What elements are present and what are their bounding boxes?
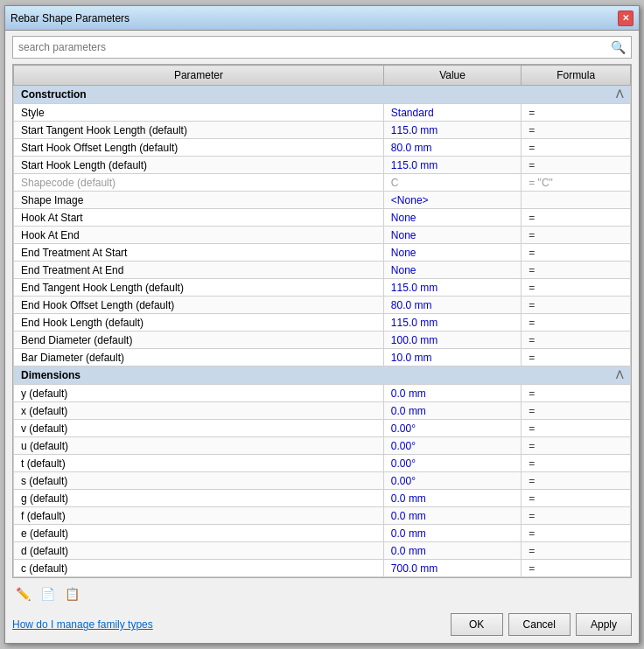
value-cell[interactable]: 115.0 mm — [383, 157, 521, 174]
formula-cell: = — [522, 542, 631, 560]
table-row: End Tangent Hook Length (default)115.0 m… — [14, 279, 631, 297]
formula-cell — [522, 192, 631, 209]
param-cell: Start Tangent Hook Length (default) — [14, 122, 384, 139]
param-cell: y (default) — [14, 385, 384, 402]
formula-cell: = — [522, 157, 631, 174]
col-parameter: Parameter — [14, 66, 384, 86]
value-cell[interactable]: Standard — [383, 104, 521, 122]
table-row: End Hook Offset Length (default)80.0 mm= — [14, 297, 631, 314]
value-cell[interactable]: 700.0 mm — [383, 560, 521, 577]
param-cell: Style — [14, 104, 384, 122]
formula-cell: = — [522, 560, 631, 577]
table-row: v (default)0.00°= — [14, 420, 631, 437]
formula-cell: = — [522, 297, 631, 314]
value-cell[interactable]: None — [383, 262, 521, 279]
formula-cell: = "C" — [522, 174, 631, 192]
formula-cell: = — [522, 402, 631, 420]
table-row: End Hook Length (default)115.0 mm= — [14, 314, 631, 331]
param-cell: Bar Diameter (default) — [14, 349, 384, 366]
value-cell[interactable]: 0.0 mm — [383, 507, 521, 525]
value-cell[interactable]: C — [383, 174, 521, 192]
help-link[interactable]: How do I manage family types — [12, 618, 153, 631]
formula-cell: = — [522, 139, 631, 157]
formula-cell: = — [522, 349, 631, 366]
value-cell[interactable]: 115.0 mm — [383, 314, 521, 331]
table-row: Start Hook Offset Length (default)80.0 m… — [14, 139, 631, 157]
formula-cell: = — [522, 314, 631, 331]
table-row: Shape Image<None> — [14, 192, 631, 209]
value-cell[interactable]: 0.0 mm — [383, 402, 521, 420]
table-row: x (default)0.0 mm= — [14, 402, 631, 420]
table-row: y (default)0.0 mm= — [14, 385, 631, 402]
table-row: Bar Diameter (default)10.0 mm= — [14, 349, 631, 366]
param-cell: Start Hook Offset Length (default) — [14, 139, 384, 157]
apply-button[interactable]: Apply — [576, 613, 632, 636]
value-cell[interactable]: 0.0 mm — [383, 385, 521, 402]
value-cell[interactable]: None — [383, 227, 521, 244]
formula-cell: = — [522, 420, 631, 437]
value-cell[interactable]: 100.0 mm — [383, 331, 521, 349]
close-button[interactable]: ✕ — [618, 10, 634, 26]
param-cell: u (default) — [14, 437, 384, 455]
value-cell[interactable]: 0.00° — [383, 455, 521, 472]
duplicate-icon[interactable]: 📋 — [61, 583, 82, 604]
table-row: u (default)0.00°= — [14, 437, 631, 455]
new-doc-icon[interactable]: 📄 — [37, 583, 58, 604]
parameters-table-container[interactable]: Parameter Value Formula Construction⋀Sty… — [12, 64, 632, 578]
value-cell[interactable]: <None> — [383, 192, 521, 209]
formula-cell: = — [522, 331, 631, 349]
param-cell: c (default) — [14, 560, 384, 577]
value-cell[interactable]: 80.0 mm — [383, 297, 521, 314]
param-cell: End Tangent Hook Length (default) — [14, 279, 384, 297]
table-row: e (default)0.0 mm= — [14, 525, 631, 542]
param-cell: End Hook Offset Length (default) — [14, 297, 384, 314]
formula-cell: = — [522, 490, 631, 507]
value-cell[interactable]: 0.0 mm — [383, 490, 521, 507]
param-cell: s (default) — [14, 472, 384, 490]
ok-button[interactable]: OK — [451, 613, 503, 636]
value-cell[interactable]: 0.00° — [383, 437, 521, 455]
formula-cell: = — [522, 209, 631, 227]
button-group: OK Cancel Apply — [451, 613, 632, 636]
value-cell[interactable]: 0.0 mm — [383, 542, 521, 560]
param-cell: e (default) — [14, 525, 384, 542]
search-input[interactable] — [18, 41, 611, 53]
value-cell[interactable]: 0.00° — [383, 420, 521, 437]
formula-cell: = — [522, 437, 631, 455]
table-row: End Treatment At EndNone= — [14, 262, 631, 279]
param-cell: d (default) — [14, 542, 384, 560]
table-row: c (default)700.0 mm= — [14, 560, 631, 577]
cancel-button[interactable]: Cancel — [508, 613, 570, 636]
table-row: StyleStandard= — [14, 104, 631, 122]
formula-cell: = — [522, 244, 631, 262]
value-cell[interactable]: 115.0 mm — [383, 279, 521, 297]
param-cell: Hook At Start — [14, 209, 384, 227]
table-row: Start Hook Length (default)115.0 mm= — [14, 157, 631, 174]
table-row: t (default)0.00°= — [14, 455, 631, 472]
table-row: Shapecode (default)C= "C" — [14, 174, 631, 192]
param-cell: End Hook Length (default) — [14, 314, 384, 331]
search-bar: 🔍 — [5, 31, 639, 64]
table-row: Start Tangent Hook Length (default)115.0… — [14, 122, 631, 139]
param-cell: Start Hook Length (default) — [14, 157, 384, 174]
formula-cell: = — [522, 455, 631, 472]
value-cell[interactable]: 115.0 mm — [383, 122, 521, 139]
value-cell[interactable]: 10.0 mm — [383, 349, 521, 366]
edit-icon[interactable]: ✏️ — [12, 583, 33, 604]
table-row: g (default)0.0 mm= — [14, 490, 631, 507]
param-cell: Hook At End — [14, 227, 384, 244]
window-title: Rebar Shape Parameters — [10, 12, 130, 24]
table-row: End Treatment At StartNone= — [14, 244, 631, 262]
param-cell: Shape Image — [14, 192, 384, 209]
formula-cell: = — [522, 227, 631, 244]
param-cell: Bend Diameter (default) — [14, 331, 384, 349]
table-row: Hook At StartNone= — [14, 209, 631, 227]
value-cell[interactable]: 80.0 mm — [383, 139, 521, 157]
value-cell[interactable]: None — [383, 244, 521, 262]
value-cell[interactable]: None — [383, 209, 521, 227]
search-icon: 🔍 — [611, 40, 626, 54]
toolbar: ✏️ 📄 📋 — [5, 578, 639, 610]
search-wrapper: 🔍 — [12, 36, 632, 59]
value-cell[interactable]: 0.00° — [383, 472, 521, 490]
value-cell[interactable]: 0.0 mm — [383, 525, 521, 542]
